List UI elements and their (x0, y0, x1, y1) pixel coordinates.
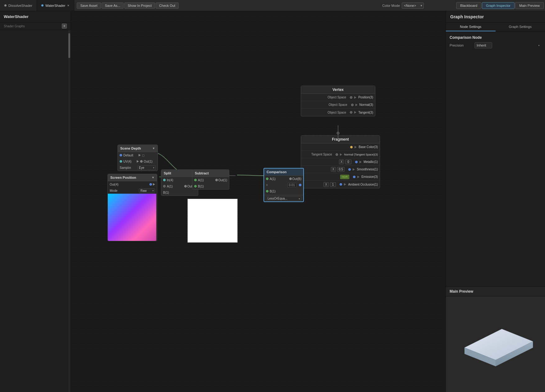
scene-depth-header: Scene Depth ▼ (118, 145, 158, 152)
scene-depth-node: Scene Depth ▼ Default ◻ UV(4) Out(1) Sam… (117, 145, 158, 171)
tab-label-water: WaterShader (45, 4, 65, 7)
vertex-fragment-connector (337, 125, 340, 141)
fragment-smoothness-value: Smoothness(1) (357, 168, 378, 171)
fragment-basecolor-arrow (355, 146, 357, 148)
tab-dissolve[interactable]: DissolveShader (0, 0, 37, 11)
fragment-emission-label: HDR (303, 175, 351, 178)
fragment-smoothness-port (348, 168, 351, 171)
color-mode-label: Color Mode (382, 4, 400, 7)
add-shader-button[interactable]: + (62, 24, 67, 29)
comparison-x-label: X (266, 183, 268, 187)
blackboard-button[interactable]: Blackboard (456, 2, 481, 9)
scene-depth-default-label: Default (123, 154, 137, 157)
tab-bar: DissolveShader WaterShader ✕ (0, 0, 74, 11)
fragment-metallic-value: Metallic(1) (364, 160, 378, 164)
save-asset-button[interactable]: Save Asset (77, 2, 101, 9)
color-mode-wrapper: <None> Albedo Emission (402, 2, 424, 9)
precision-select[interactable]: Inherit Half Float (474, 42, 492, 48)
fragment-metallic-label: X0 (303, 160, 353, 164)
color-mode-select[interactable]: <None> Albedo Emission (402, 2, 424, 9)
scene-depth-title: Scene Depth (120, 146, 141, 150)
fragment-emission-port (353, 176, 355, 178)
comparison-node: Comparison A(1) Out(B) X 0.01 B(1) (263, 168, 304, 202)
comparison-node-title: Comparison Node (450, 35, 541, 40)
vertex-normal-port-in (351, 104, 354, 106)
scene-depth-sampling-select[interactable]: Eye Linear01 Raw (137, 165, 156, 170)
right-panel: Graph Inspector Node Settings Graph Sett… (446, 11, 545, 392)
scene-depth-out-port (140, 160, 143, 163)
top-bar: DissolveShader WaterShader ✕ Save Asset … (0, 0, 545, 11)
vertex-tangent-port-in (350, 111, 352, 114)
comparison-comparator-select[interactable]: LessOrEqua... Equal NotEqual Less Greate… (266, 196, 301, 201)
comparison-x-port (299, 184, 301, 186)
fragment-row-ao: X1 Ambient Occlusion(1) (301, 181, 380, 188)
vertex-node: Vertex Object Space Position(3) Object S… (301, 86, 375, 116)
check-out-button[interactable]: Check Out (156, 2, 179, 9)
comparison-b-row: B(1) (264, 188, 303, 194)
fragment-smoothness-label: X0.5 (303, 168, 346, 171)
tab-graph-settings[interactable]: Graph Settings (496, 23, 545, 31)
right-panel-tabs: Node Settings Graph Settings (446, 23, 545, 32)
split-out-port (163, 185, 166, 187)
screen-position-mode-select[interactable]: Raw Default Tiled (139, 188, 155, 193)
scene-depth-collapse[interactable]: ▼ (152, 147, 155, 150)
screen-position-collapse[interactable]: ▼ (152, 176, 154, 179)
precision-label: Precision (450, 43, 474, 47)
scene-depth-default-port (120, 154, 122, 156)
vertex-tangent-value: Tangent(3) (358, 111, 373, 114)
fragment-ao-label: X1 (303, 183, 338, 186)
scrollbar-thumb (68, 33, 70, 58)
fragment-metallic-port (355, 161, 358, 163)
split-in-port (163, 179, 166, 181)
fragment-normal-value: Normal (Tangent Space)(3) (344, 153, 378, 156)
canvas-area[interactable]: Vertex Object Space Position(3) Object S… (71, 11, 446, 392)
fragment-basecolor-port (350, 146, 353, 148)
vertex-row-normal: Object Space Normal(3) (301, 101, 375, 109)
precision-row: Precision Inherit Half Float (450, 42, 541, 48)
scrollbar-track[interactable] (68, 30, 71, 392)
tab-water[interactable]: WaterShader ✕ (37, 0, 74, 11)
fragment-header: Fragment (301, 136, 380, 143)
split-in-label: In(4) (167, 178, 193, 182)
comparison-b-port (266, 190, 268, 192)
screen-position-mode-label: Mode (110, 189, 138, 192)
comparison-header: Comparison (264, 169, 303, 176)
comparison-a-row: A(1) Out(B) (264, 176, 303, 182)
main-preview-button[interactable]: Main Preview (515, 2, 544, 9)
scene-depth-uv-label: UV(4) (123, 160, 135, 163)
subtract-out-label: Out(1) (218, 178, 227, 182)
fragment-emission-value: Emission(3) (361, 175, 378, 178)
vertex-position-arrow (354, 96, 356, 99)
screen-position-out-port (149, 183, 152, 186)
tab-node-settings[interactable]: Node Settings (446, 23, 496, 31)
toolbar: Save Asset Save As... Show In Project Ch… (74, 0, 181, 11)
screen-position-out-label: Out(4) (110, 183, 148, 186)
subtract-b-port (194, 185, 197, 187)
fragment-normal-port (336, 153, 338, 156)
screen-position-mode-row: Mode Raw Default Tiled (108, 187, 157, 194)
split-a-out-port (184, 185, 187, 187)
vertex-position-label: Object Space (303, 96, 348, 99)
screen-position-node: Screen Position ▼ Out(4) Mode Raw Defaul… (108, 174, 157, 241)
show-in-project-button[interactable]: Show In Project (124, 2, 155, 9)
graph-inspector-button[interactable]: Graph Inspector (482, 2, 515, 9)
subtract-out-port (215, 179, 218, 181)
tab-close[interactable]: ✕ (67, 4, 70, 7)
subtract-a-label: A(1) (198, 178, 214, 182)
screen-position-color-preview (108, 194, 156, 241)
subtract-a-row: A(1) Out(1) (192, 177, 229, 183)
save-as-button[interactable]: Save As... (102, 2, 124, 9)
fragment-metallic-arrow (360, 161, 362, 163)
comparison-out-a-label: Out(B) (292, 177, 301, 181)
vertex-normal-arrow (355, 104, 358, 106)
shader-name: WaterShader (4, 14, 29, 19)
fragment-normal-arrow (340, 153, 342, 156)
split-out-label: A(1) (167, 185, 183, 188)
subtract-node: Subtract A(1) Out(1) B(1) (192, 169, 229, 190)
screen-position-out-arrow (153, 183, 155, 186)
tab-dot-dissolve (4, 4, 7, 7)
scene-depth-out-label: Out(1) (144, 160, 156, 163)
comparison-title: Comparison (267, 170, 286, 174)
white-preview-box (187, 199, 238, 243)
screen-position-header: Screen Position ▼ (108, 174, 157, 181)
